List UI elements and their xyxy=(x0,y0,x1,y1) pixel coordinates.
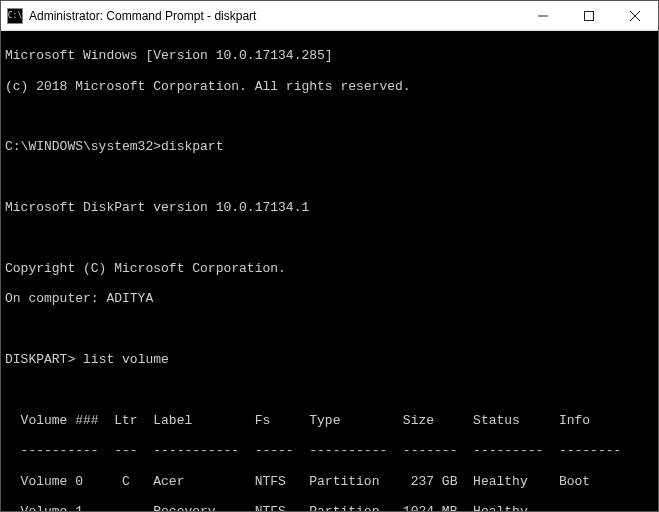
window-controls xyxy=(520,1,658,30)
maximize-icon xyxy=(584,11,594,21)
minimize-icon xyxy=(538,11,548,21)
line-winver: Microsoft Windows [Version 10.0.17134.28… xyxy=(5,48,654,63)
close-button[interactable] xyxy=(612,1,658,30)
table-row: Volume 1 Recovery NTFS Partition 1024 MB… xyxy=(5,504,654,511)
line-dp-computer: On computer: ADITYA xyxy=(5,291,654,306)
table-row: Volume 0 C Acer NTFS Partition 237 GB He… xyxy=(5,474,654,489)
window-title: Administrator: Command Prompt - diskpart xyxy=(29,9,520,23)
window-titlebar: C:\ Administrator: Command Prompt - disk… xyxy=(1,1,658,31)
line-copyright: (c) 2018 Microsoft Corporation. All righ… xyxy=(5,79,654,94)
svg-rect-0 xyxy=(585,11,594,20)
line-dp-version: Microsoft DiskPart version 10.0.17134.1 xyxy=(5,200,654,215)
cmd-icon: C:\ xyxy=(7,8,23,24)
table-divider: ---------- --- ----------- ----- -------… xyxy=(5,443,654,458)
line-dp-copyright: Copyright (C) Microsoft Corporation. xyxy=(5,261,654,276)
terminal-output[interactable]: Microsoft Windows [Version 10.0.17134.28… xyxy=(1,31,658,511)
close-icon xyxy=(630,11,640,21)
line-prompt1: C:\WINDOWS\system32>diskpart xyxy=(5,139,654,154)
minimize-button[interactable] xyxy=(520,1,566,30)
maximize-button[interactable] xyxy=(566,1,612,30)
line-dp-prompt-list: DISKPART> list volume xyxy=(5,352,654,367)
table-header: Volume ### Ltr Label Fs Type Size Status… xyxy=(5,413,654,428)
